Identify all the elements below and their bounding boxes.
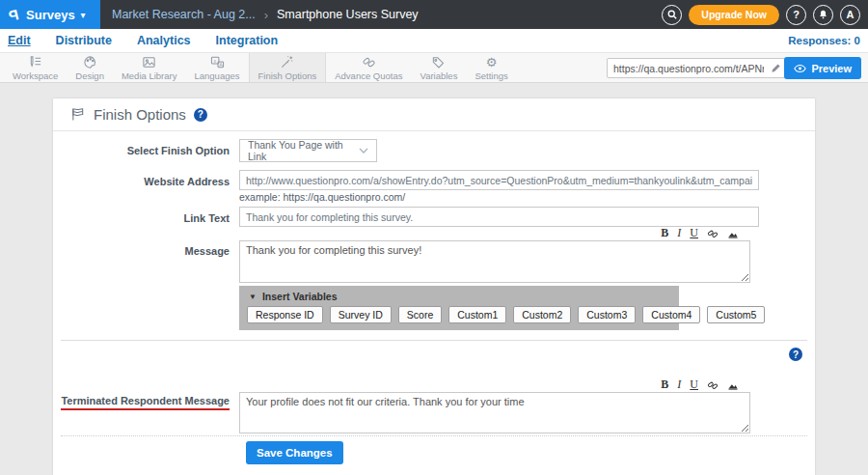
- website-example-note: example: https://qa.questionpro.com/: [239, 191, 405, 203]
- variable-custom5-button[interactable]: Custom5: [707, 306, 765, 323]
- edit-url-pencil-icon[interactable]: [766, 63, 785, 73]
- terminated-help-icon[interactable]: ?: [789, 348, 802, 361]
- image-icon: [142, 55, 156, 70]
- finish-flag-icon: [70, 107, 86, 122]
- tag-icon: [431, 55, 446, 70]
- variable-custom3-button[interactable]: Custom3: [578, 306, 636, 323]
- bell-icon: [818, 9, 828, 20]
- product-name: Surveys: [26, 8, 75, 22]
- search-button[interactable]: [662, 5, 682, 25]
- toolbar-item-design[interactable]: Design: [67, 53, 113, 82]
- search-icon: [666, 9, 678, 20]
- tab-edit[interactable]: Edit: [8, 34, 31, 47]
- website-address-label: Website Address: [53, 176, 230, 187]
- svg-text:x: x: [213, 58, 216, 64]
- surveys-menu[interactable]: P Surveys ▾: [0, 0, 100, 29]
- bold-button[interactable]: B: [661, 227, 668, 239]
- variable-custom4-button[interactable]: Custom4: [642, 306, 700, 323]
- chain-link-icon: [362, 55, 376, 70]
- tab-integration[interactable]: Integration: [216, 34, 279, 47]
- finish-options-panel: Finish Options ? Select Finish Option Th…: [53, 98, 815, 475]
- toolbar-item-media-library[interactable]: Media Library: [113, 53, 186, 82]
- underline-button[interactable]: U: [690, 378, 698, 391]
- header-actions: Upgrade Now ? A: [662, 0, 860, 29]
- select-chevron-icon: [359, 148, 368, 154]
- gear-icon: ⚙: [486, 55, 498, 70]
- page-title: Finish Options: [94, 106, 186, 123]
- panel-header: Finish Options ?: [53, 98, 815, 131]
- toolbar-item-variables[interactable]: Variables: [412, 53, 467, 82]
- insert-image-icon[interactable]: [727, 228, 739, 239]
- toolbar-item-workspace[interactable]: Workspace: [4, 53, 67, 82]
- breadcrumb-survey[interactable]: Smartphone Users Survey: [277, 8, 419, 21]
- finish-option-label: Select Finish Option: [53, 145, 230, 156]
- insert-image-icon[interactable]: [727, 379, 739, 391]
- svg-text:A: A: [219, 62, 223, 68]
- notifications-button[interactable]: [813, 5, 833, 25]
- insert-link-icon[interactable]: [707, 228, 719, 239]
- variable-response-id-button[interactable]: Response ID: [247, 306, 323, 323]
- survey-url-input[interactable]: [608, 59, 766, 77]
- toolbar-item-advance-quotas[interactable]: Advance Quotas: [326, 53, 411, 82]
- dotted-divider: [61, 435, 807, 436]
- toolbar-item-languages[interactable]: xA Languages: [185, 53, 248, 82]
- survey-url-box: [607, 58, 792, 78]
- variable-buttons-row: Response ID Survey ID Score Custom1 Cust…: [239, 302, 679, 323]
- eye-icon: [794, 64, 806, 73]
- help-button[interactable]: ?: [786, 5, 806, 25]
- terminated-message-textarea[interactable]: Your profile does not fit our criteria. …: [239, 392, 750, 433]
- variable-survey-id-button[interactable]: Survey ID: [330, 306, 392, 323]
- avatar[interactable]: A: [840, 5, 860, 25]
- message-label: Message: [53, 245, 230, 257]
- avatar-letter: A: [847, 9, 854, 20]
- insert-variables-toggle[interactable]: ▼ Insert Variables: [239, 286, 679, 302]
- breadcrumb: Market Research - Aug 2... › Smartphone …: [112, 8, 419, 22]
- terminated-format-toolbar: B I U: [239, 378, 750, 391]
- questionpro-logo: P: [7, 6, 20, 24]
- insert-variables-panel: ▼ Insert Variables Response ID Survey ID…: [239, 286, 679, 330]
- palette-icon: [83, 55, 97, 70]
- finish-options-help-icon[interactable]: ?: [194, 108, 207, 122]
- italic-button[interactable]: I: [677, 227, 681, 239]
- link-text-input[interactable]: [239, 207, 759, 227]
- variable-score-button[interactable]: Score: [398, 306, 442, 323]
- save-changes-button[interactable]: Save Changes: [246, 441, 343, 464]
- responses-count[interactable]: Responses: 0: [788, 35, 860, 46]
- link-text-label: Link Text: [53, 212, 230, 224]
- tab-analytics[interactable]: Analytics: [137, 34, 191, 47]
- breadcrumb-separator-icon: ›: [264, 8, 268, 22]
- collapse-arrow-icon: ▼: [249, 293, 257, 301]
- terminated-message-label: Terminated Respondent Message: [53, 395, 230, 410]
- preview-button[interactable]: Preview: [784, 57, 861, 79]
- message-textarea[interactable]: Thank you for completing this survey!: [239, 240, 750, 283]
- magic-wand-icon: [280, 55, 294, 70]
- breadcrumb-folder[interactable]: Market Research - Aug 2...: [112, 8, 256, 21]
- workspace-icon: [28, 55, 42, 70]
- top-header: P Surveys ▾ Market Research - Aug 2... ›…: [0, 0, 868, 29]
- variable-custom1-button[interactable]: Custom1: [448, 306, 506, 323]
- upgrade-now-button[interactable]: Upgrade Now: [689, 5, 779, 25]
- question-icon: ?: [793, 9, 800, 20]
- insert-link-icon[interactable]: [707, 379, 719, 391]
- bold-button[interactable]: B: [661, 378, 668, 391]
- chevron-down-icon: ▾: [81, 10, 86, 20]
- tab-distribute[interactable]: Distribute: [56, 34, 112, 47]
- edit-toolbar: Workspace Design Media Library xA Langua…: [0, 53, 868, 83]
- message-format-toolbar: B I U: [239, 227, 750, 239]
- translate-icon: xA: [210, 55, 225, 70]
- finish-option-select[interactable]: Thank You Page with Link: [239, 139, 377, 162]
- underline-button[interactable]: U: [690, 227, 698, 239]
- variable-custom2-button[interactable]: Custom2: [513, 306, 571, 323]
- main-nav: Edit Distribute Analytics Integration Re…: [0, 29, 868, 53]
- section-divider: [61, 340, 807, 341]
- toolbar-item-finish-options[interactable]: Finish Options: [249, 53, 327, 82]
- toolbar-item-settings[interactable]: ⚙ Settings: [466, 53, 516, 82]
- website-address-input[interactable]: [239, 170, 759, 190]
- italic-button[interactable]: I: [677, 378, 681, 391]
